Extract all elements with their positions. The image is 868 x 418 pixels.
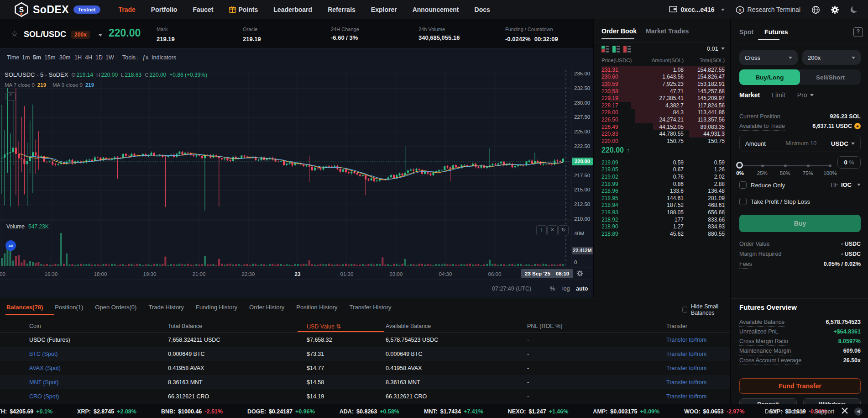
table-row[interactable]: CRO (Spot)66.312621 CRO$14.1966.312621 C… <box>0 389 730 403</box>
language-globe-icon[interactable] <box>811 5 820 14</box>
ticker-WOO[interactable]: WOO:$0.0653-2.97% <box>684 408 744 415</box>
tab-funding-history[interactable]: Funding History <box>196 304 237 311</box>
interval-time[interactable]: Time <box>7 54 19 61</box>
transfer-link[interactable]: Transfer to/from <box>666 393 706 400</box>
slider-dot-50[interactable] <box>784 164 787 167</box>
interval-1m[interactable]: 1m <box>22 54 30 61</box>
nav-item-faucet[interactable]: Faucet <box>193 6 213 13</box>
mid-price-row[interactable]: 220.00 ↑ <box>601 146 630 154</box>
ticker-AMP[interactable]: AMP:$0.003175+0.09% <box>593 408 659 415</box>
orderbook-row-bid[interactable]: 218.94187.52468.61 <box>594 202 730 209</box>
legend-collapse-button[interactable]: ^ <box>5 92 16 101</box>
percent-scale-button[interactable]: % <box>550 286 555 292</box>
orderbook-row-ask[interactable]: 220.00150.75150.75 <box>594 138 730 145</box>
interval-5m[interactable]: 5m <box>33 54 41 61</box>
tab-position-history[interactable]: Position History <box>296 304 337 311</box>
tools-button[interactable]: Tools <box>122 54 136 61</box>
tick-size-select[interactable]: 0.01 <box>707 45 725 52</box>
hide-small-checkbox[interactable] <box>682 307 687 313</box>
col-header-coin[interactable]: Coin <box>29 323 41 329</box>
sodex-logo-icon[interactable]: S <box>14 2 29 17</box>
slider-handle[interactable] <box>736 162 743 169</box>
col-header-usd-value[interactable]: USD Value ⇅ <box>307 323 341 330</box>
orderbook-row-bid[interactable]: 218.990.862.88 <box>594 180 730 188</box>
nav-item-referrals[interactable]: Referrals <box>328 6 356 13</box>
table-row[interactable]: BTC (Spot)0.000649 BTC$73.310.000649 BTC… <box>0 347 730 361</box>
footer-link-docs[interactable]: Docs <box>765 408 778 415</box>
nav-item-leaderboard[interactable]: Leaderboard <box>273 6 312 13</box>
transfer-link[interactable]: Transfer to/from <box>666 337 706 343</box>
ticker-MNT[interactable]: MNT:$1.7434+7.41% <box>424 408 483 415</box>
tab-market-trades[interactable]: Market Trades <box>646 27 689 35</box>
order-type-market[interactable]: Market <box>739 91 760 99</box>
sell-short-button[interactable]: Sell/Short <box>800 69 861 85</box>
ticker-ETH[interactable]: ETH:$4205.69+0.1% <box>0 408 52 415</box>
coin-cell[interactable]: BTC (Spot) <box>29 351 58 357</box>
amount-input[interactable] <box>779 140 817 147</box>
orderbook-row-ask[interactable]: 230.601,643.56154,826.47 <box>594 74 730 81</box>
col-header-total-balance[interactable]: Total Balance <box>168 323 202 329</box>
volume-indicator-icon[interactable] <box>5 240 16 251</box>
pair-name[interactable]: SOL/USDC <box>24 30 66 39</box>
orderbook-row-ask[interactable]: 228.0084.3113,441.86 <box>594 109 730 116</box>
telegram-icon[interactable] <box>854 407 863 416</box>
table-row[interactable]: USDC (Futures)7,658.324211 USDC$7,658.32… <box>0 333 730 347</box>
interval-1D[interactable]: 1D <box>95 54 103 61</box>
coin-cell[interactable]: AVAX (Spot) <box>29 365 61 371</box>
tab-balances-78-[interactable]: Balances(78) <box>6 304 43 311</box>
tab-position-1-[interactable]: Position(1) <box>55 304 83 311</box>
orderbook-row-ask[interactable]: 230.5847.71145,257.68 <box>594 88 730 95</box>
log-scale-button[interactable]: log <box>562 286 570 292</box>
tif-select[interactable]: TIF IOC <box>830 181 861 188</box>
interval-1H[interactable]: 1H <box>74 54 82 61</box>
interval-30m[interactable]: 30m <box>59 54 70 61</box>
coin-cell[interactable]: CRO (Spot) <box>29 393 59 400</box>
settings-gear-icon[interactable] <box>831 5 839 14</box>
interval-1W[interactable]: 1W <box>105 54 114 61</box>
tab-open-orders-0-[interactable]: Open Orders(0) <box>95 304 136 311</box>
orderbook-row-ask[interactable]: 226.4944,152.0589,083.35 <box>594 123 730 131</box>
submit-buy-button[interactable]: Buy <box>739 215 861 232</box>
help-icon[interactable]: ? <box>853 27 863 37</box>
orderbook-row-bid[interactable]: 218.901.27834.93 <box>594 223 730 230</box>
favorite-star-icon[interactable]: ☆ <box>11 29 18 39</box>
x-twitter-icon[interactable] <box>842 407 848 415</box>
transfer-link[interactable]: Transfer to/from <box>666 351 706 357</box>
ticker-NEXO[interactable]: NEXO:$1.247+1.46% <box>508 408 569 415</box>
nav-item-docs[interactable]: Docs <box>475 6 490 13</box>
slider-dot-25[interactable] <box>761 164 764 167</box>
tab-transfer-history[interactable]: Transfer History <box>350 304 392 311</box>
ticker-DOGE[interactable]: DOGE:$0.24187+0.96% <box>247 408 315 415</box>
fund-transfer-button[interactable]: Fund Transfer <box>739 378 861 394</box>
pair-chevron-down-icon[interactable] <box>99 34 102 37</box>
wallet-address-button[interactable]: 0xcc...e416 <box>669 5 725 14</box>
orderbook-row-ask[interactable]: 230.597,925.23153,182.91 <box>594 80 730 88</box>
col-header-available-balance[interactable]: Available Balance <box>386 323 431 329</box>
ticker-XRP[interactable]: XRP:$2.8745+2.08% <box>77 408 136 415</box>
leverage-select[interactable]: 200x <box>802 50 861 65</box>
orderbook-row-ask[interactable]: 231.311.08154,827.55 <box>594 66 730 74</box>
nav-item-trade[interactable]: Trade <box>119 6 136 13</box>
close-pane-button[interactable]: × <box>547 225 558 235</box>
tab-order-history[interactable]: Order History <box>249 304 284 311</box>
orderbook-row-ask[interactable]: 229.1927,385.41145,209.97 <box>594 95 730 102</box>
reset-view-button[interactable]: ↻ <box>558 225 569 235</box>
tab-futures[interactable]: Futures <box>764 28 788 36</box>
nav-item-points[interactable]: Points <box>229 6 258 13</box>
book-view-both-icon[interactable] <box>601 46 609 54</box>
auto-scale-button[interactable]: auto <box>576 286 588 292</box>
timezone-gear-icon[interactable] <box>576 270 583 278</box>
footer-link-cookie[interactable]: Cookie <box>787 408 805 415</box>
orderbook-row-ask[interactable]: 228.174,382.7117,824.56 <box>594 102 730 109</box>
transfer-link[interactable]: Transfer to/from <box>666 379 706 386</box>
tab-spot[interactable]: Spot <box>739 28 753 36</box>
hide-small-balances[interactable]: Hide Small Balances <box>682 303 730 316</box>
dark-mode-moon-icon[interactable] <box>850 5 858 14</box>
reduce-only-checkbox[interactable] <box>739 181 747 189</box>
table-row[interactable]: AVAX (Spot)0.41958 AVAX$14.770.41958 AVA… <box>0 361 730 375</box>
orderbook-row-bid[interactable]: 218.95144.61281.09 <box>594 195 730 202</box>
table-row[interactable]: MNT (Spot)8.36163 MNT$14.588.36163 MNT-T… <box>0 375 730 389</box>
tpsl-checkbox[interactable] <box>739 198 747 205</box>
margin-mode-select[interactable]: Cross <box>739 50 798 65</box>
orderbook-row-bid[interactable]: 218.92177833.66 <box>594 216 730 223</box>
